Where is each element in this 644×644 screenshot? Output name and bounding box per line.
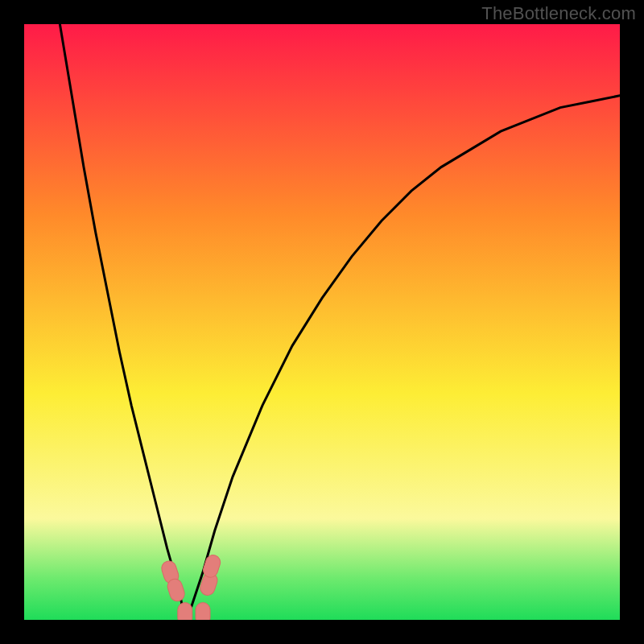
plot-area [24,24,620,620]
curve-layer [24,24,620,620]
bottleneck-curve [60,24,620,620]
watermark-text: TheBottleneck.com [481,3,636,24]
marker-layer [159,553,222,620]
trough-right [196,603,210,620]
trough-left [178,603,192,620]
chart-frame: TheBottleneck.com [0,0,644,644]
